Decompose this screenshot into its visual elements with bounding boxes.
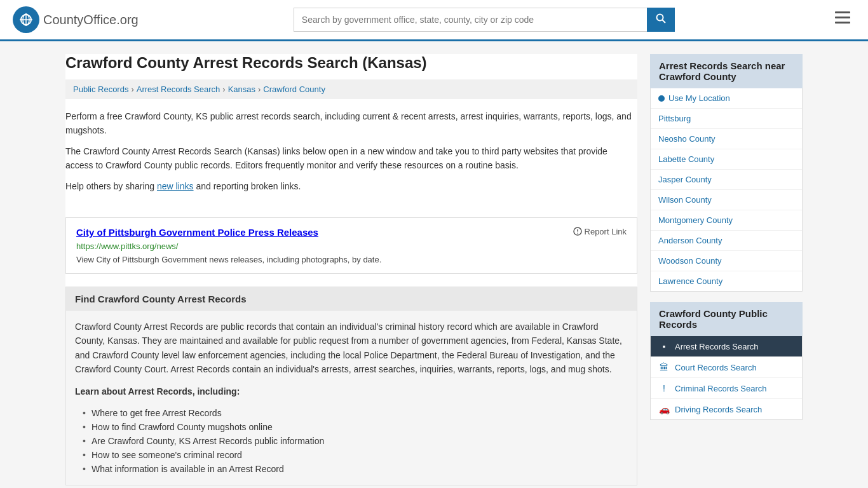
driving-icon: 🚗: [658, 404, 670, 414]
court-icon: 🏛: [658, 362, 670, 372]
public-records-links: ▪ Arrest Records Search 🏛 Court Records …: [650, 336, 803, 420]
public-records-section: Crawford County Public Records ▪ Arrest …: [650, 302, 803, 420]
svg-point-5: [656, 15, 663, 21]
find-section-body: Crawford County Arrest Records are publi…: [66, 311, 637, 485]
find-section: Find Crawford County Arrest Records Craw…: [65, 287, 637, 485]
link-card-url: https://www.pittks.org/news/: [76, 241, 627, 251]
arrest-icon: ▪: [658, 341, 670, 351]
search-area: [294, 8, 675, 32]
find-section-learn-header: Learn about Arrest Records, including:: [75, 384, 628, 398]
link-card: Report Link City of Pittsburgh Governmen…: [65, 217, 637, 274]
sidebar-link-labette[interactable]: Labette County: [651, 149, 802, 170]
find-section-header: Find Crawford County Arrest Records: [66, 287, 637, 311]
page-title: Crawford County Arrest Records Search (K…: [65, 54, 637, 72]
find-section-body-text: Crawford County Arrest Records are publi…: [75, 320, 628, 377]
nearby-header: Arrest Records Search near Crawford Coun…: [650, 54, 803, 88]
arrest-label: Arrest Records Search: [675, 342, 759, 351]
svg-rect-9: [835, 22, 850, 24]
driving-label: Driving Records Search: [675, 405, 762, 414]
site-header: CountyOffice.org: [0, 0, 868, 41]
menu-button[interactable]: [830, 9, 855, 30]
logo-svg: [17, 11, 35, 29]
breadcrumb-sep-3: ›: [258, 85, 261, 94]
bullet-item-2: How to find Crawford County mugshots onl…: [80, 420, 628, 434]
logo-icon: [13, 6, 39, 33]
svg-line-6: [662, 20, 665, 24]
sidebar-link-montgomery[interactable]: Montgomery County: [651, 210, 802, 231]
report-link-label: Report Link: [585, 227, 627, 236]
record-link-court[interactable]: 🏛 Court Records Search: [651, 357, 802, 378]
breadcrumb-sep-1: ›: [131, 85, 133, 94]
logo-county: CountyOffice: [43, 13, 116, 27]
svg-point-12: [577, 233, 578, 234]
record-link-arrest[interactable]: ▪ Arrest Records Search: [651, 336, 802, 357]
search-input[interactable]: [294, 8, 647, 32]
desc-paragraph-1: Perform a free Crawford County, KS publi…: [65, 109, 637, 138]
sidebar-link-pittsburg[interactable]: Pittsburg: [651, 109, 802, 129]
new-links-link[interactable]: new links: [157, 181, 194, 191]
logo-ext: .org: [116, 13, 138, 27]
court-label: Court Records Search: [675, 363, 757, 372]
bullet-list: Where to get free Arrest Records How to …: [75, 406, 628, 476]
record-link-criminal[interactable]: ! Criminal Records Search: [651, 378, 802, 399]
search-icon: [656, 13, 666, 24]
sidebar: Arrest Records Search near Crawford Coun…: [650, 54, 803, 485]
public-records-header: Crawford County Public Records: [650, 302, 803, 336]
record-link-driving[interactable]: 🚗 Driving Records Search: [651, 399, 802, 419]
breadcrumb-sep-2: ›: [222, 85, 225, 94]
link-card-desc: View City of Pittsburgh Government news …: [76, 255, 627, 264]
breadcrumb: Public Records › Arrest Records Search ›…: [65, 79, 637, 99]
use-my-location-link[interactable]: Use My Location: [651, 88, 802, 109]
hamburger-icon: [835, 11, 850, 24]
content-area: Crawford County Arrest Records Search (K…: [65, 54, 637, 485]
breadcrumb-crawford[interactable]: Crawford County: [263, 85, 325, 94]
bullet-item-5: What information is available in an Arre…: [80, 462, 628, 476]
svg-rect-7: [835, 11, 850, 13]
bullet-item-1: Where to get free Arrest Records: [80, 406, 628, 420]
sidebar-link-wilson[interactable]: Wilson County: [651, 190, 802, 210]
criminal-icon: !: [658, 383, 670, 393]
breadcrumb-public-records[interactable]: Public Records: [73, 85, 128, 94]
svg-rect-8: [835, 17, 850, 18]
link-card-link[interactable]: City of Pittsburgh Government Police Pre…: [76, 227, 318, 238]
nearby-section: Arrest Records Search near Crawford Coun…: [650, 54, 803, 292]
logo-area: CountyOffice.org: [13, 6, 139, 33]
report-icon: [573, 227, 582, 236]
search-button[interactable]: [647, 8, 675, 32]
desc-3-post: and reporting broken links.: [194, 181, 301, 191]
description-area: Perform a free Crawford County, KS publi…: [65, 109, 637, 207]
desc-paragraph-3: Help others by sharing new links and rep…: [65, 179, 637, 193]
desc-3-pre: Help others by sharing: [65, 181, 157, 191]
sidebar-link-neosho[interactable]: Neosho County: [651, 129, 802, 149]
sidebar-link-jasper[interactable]: Jasper County: [651, 170, 802, 190]
sidebar-link-woodson[interactable]: Woodson County: [651, 251, 802, 271]
desc-paragraph-2: The Crawford County Arrest Records Searc…: [65, 144, 637, 173]
main-container: Crawford County Arrest Records Search (K…: [53, 54, 815, 485]
nearby-links: Use My Location Pittsburg Neosho County …: [650, 88, 803, 292]
use-my-location-label: Use My Location: [668, 93, 730, 103]
bullet-item-3: Are Crawford County, KS Arrest Records p…: [80, 434, 628, 448]
sidebar-link-lawrence[interactable]: Lawrence County: [651, 271, 802, 291]
breadcrumb-arrest-records[interactable]: Arrest Records Search: [137, 85, 220, 94]
bullet-item-4: How to see someone's criminal record: [80, 448, 628, 462]
criminal-label: Criminal Records Search: [675, 384, 767, 393]
sidebar-link-anderson[interactable]: Anderson County: [651, 231, 802, 251]
link-card-title: City of Pittsburgh Government Police Pre…: [76, 227, 627, 238]
breadcrumb-kansas[interactable]: Kansas: [228, 85, 255, 94]
report-link-button[interactable]: Report Link: [573, 227, 627, 236]
location-dot-icon: [658, 95, 665, 102]
logo-text: CountyOffice.org: [43, 13, 139, 27]
